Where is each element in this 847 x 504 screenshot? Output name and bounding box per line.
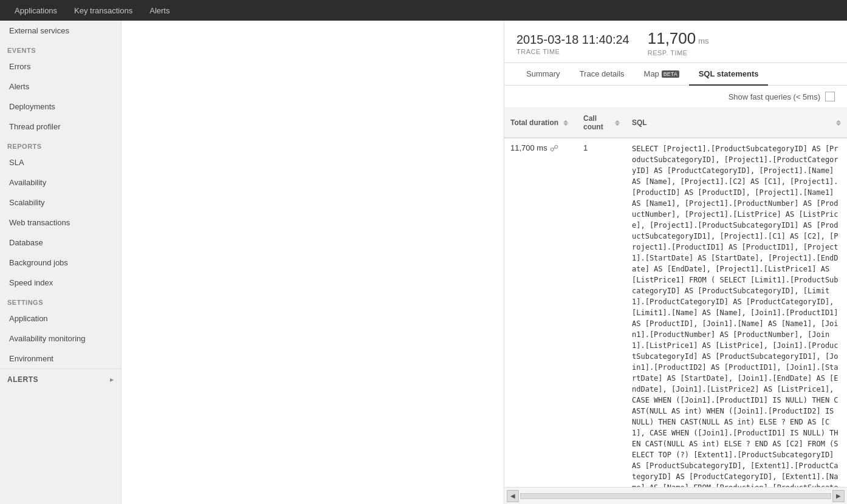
sidebar-section-events: EVENTS bbox=[0, 41, 121, 56]
sql-table: Total duration Call count bbox=[504, 108, 847, 487]
trace-resp-value: 11,700 bbox=[648, 29, 696, 48]
tab-trace-details[interactable]: Trace details bbox=[570, 63, 634, 86]
alerts-footer-label: ALERTS bbox=[7, 375, 38, 384]
sql-text: SELECT [Project1].[ProductSubcategoryID]… bbox=[632, 145, 838, 487]
sidebar-item-speed-index[interactable]: Speed index bbox=[0, 273, 121, 293]
bottom-scrollbar: ◀ ▶ bbox=[504, 487, 847, 504]
scroll-right-button[interactable]: ▶ bbox=[832, 490, 845, 502]
filter-checkbox[interactable] bbox=[825, 92, 835, 101]
col-header-sql[interactable]: SQL bbox=[626, 112, 847, 134]
right-panel: 2015-03-18 11:40:24 TRACE TIME 11,700 ms… bbox=[504, 21, 847, 504]
scroll-track[interactable] bbox=[520, 493, 831, 499]
sort-icon-duration bbox=[563, 120, 568, 126]
alerts-footer[interactable]: ALERTS ▸ bbox=[0, 369, 121, 390]
sidebar-section-settings: SETTINGS bbox=[0, 293, 121, 308]
trace-header: 2015-03-18 11:40:24 TRACE TIME 11,700 ms… bbox=[504, 21, 847, 63]
alerts-footer-chevron-icon: ▸ bbox=[110, 375, 114, 384]
sidebar-section-reports: REPORTS bbox=[0, 137, 121, 152]
sidebar-item-availability[interactable]: Availability bbox=[0, 172, 121, 192]
sidebar-item-alerts[interactable]: Alerts bbox=[0, 77, 121, 97]
nav-item-applications[interactable]: Applications bbox=[6, 0, 66, 21]
col-header-callcount[interactable]: Call count bbox=[577, 112, 626, 134]
sidebar-item-application[interactable]: Application bbox=[0, 308, 121, 329]
sidebar-item-availability-monitoring[interactable]: Availability monitoring bbox=[0, 329, 121, 349]
tab-summary[interactable]: Summary bbox=[516, 63, 570, 86]
content-area: 2015-03-18 11:40:24 TRACE TIME 11,700 ms… bbox=[122, 21, 847, 504]
nav-item-key-transactions[interactable]: Key transactions bbox=[66, 0, 141, 21]
tab-map[interactable]: MapBETA bbox=[634, 63, 689, 86]
cell-sql[interactable]: SELECT [Project1].[ProductSubcategoryID]… bbox=[626, 138, 847, 487]
beta-badge: BETA bbox=[662, 70, 679, 78]
sidebar: External services EVENTS Errors Alerts D… bbox=[0, 21, 122, 504]
sidebar-item-errors[interactable]: Errors bbox=[0, 56, 121, 77]
filter-row: Show fast queries (< 5ms) bbox=[504, 86, 847, 108]
sort-icon-callcount bbox=[615, 120, 620, 126]
trace-resp-unit: ms bbox=[698, 36, 708, 46]
sidebar-item-environment[interactable]: Environment bbox=[0, 349, 121, 369]
trace-time-label: TRACE TIME bbox=[516, 48, 629, 55]
sidebar-item-external-services[interactable]: External services bbox=[0, 21, 121, 41]
tab-sql-statements[interactable]: SQL statements bbox=[689, 63, 769, 86]
trace-resp-label: RESP. TIME bbox=[648, 49, 709, 56]
duration-value: 11,700 ms bbox=[510, 143, 547, 152]
sidebar-item-scalability[interactable]: Scalability bbox=[0, 192, 121, 213]
sql-table-body: 11,700 ms ☍ 1 SELECT [Project1].[Product… bbox=[504, 138, 847, 487]
top-nav: Applications Key transactions Alerts bbox=[0, 0, 847, 21]
filter-label: Show fast queries (< 5ms) bbox=[729, 92, 820, 101]
nav-item-alerts[interactable]: Alerts bbox=[141, 0, 178, 21]
query-icon: ☍ bbox=[550, 143, 558, 153]
sidebar-item-database[interactable]: Database bbox=[0, 233, 121, 253]
trace-timestamp: 2015-03-18 11:40:24 bbox=[516, 33, 629, 47]
scroll-left-button[interactable]: ◀ bbox=[507, 490, 519, 502]
sidebar-item-sla[interactable]: SLA bbox=[0, 152, 121, 172]
cell-duration: 11,700 ms ☍ bbox=[504, 138, 577, 158]
left-panel bbox=[122, 21, 504, 504]
table-row: 11,700 ms ☍ 1 SELECT [Project1].[Product… bbox=[504, 138, 847, 487]
sidebar-item-deployments[interactable]: Deployments bbox=[0, 97, 121, 117]
cell-callcount: 1 bbox=[577, 138, 626, 157]
tabs-row: Summary Trace details MapBETA SQL statem… bbox=[504, 63, 847, 86]
sidebar-item-web-transactions[interactable]: Web transactions bbox=[0, 213, 121, 233]
sql-table-header: Total duration Call count bbox=[504, 108, 847, 138]
sidebar-item-background-jobs[interactable]: Background jobs bbox=[0, 253, 121, 273]
sidebar-item-thread-profiler[interactable]: Thread profiler bbox=[0, 117, 121, 137]
trace-resp-row: 11,700 ms bbox=[648, 29, 709, 48]
col-header-duration[interactable]: Total duration bbox=[504, 112, 577, 134]
sort-icon-sql bbox=[836, 120, 841, 126]
